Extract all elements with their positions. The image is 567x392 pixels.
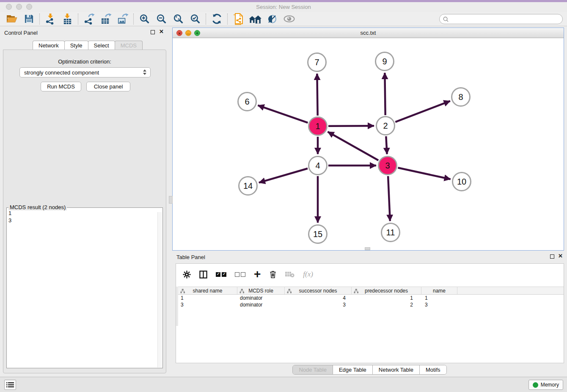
- mcds-panel: Optimization criterion: strongly connect…: [3, 50, 166, 373]
- column-header-name[interactable]: name: [421, 287, 457, 294]
- hide-graphics-details-icon[interactable]: [264, 13, 281, 25]
- table-header-row: shared nameMCDS rolesuccessor nodesprede…: [178, 287, 564, 295]
- column-header-successor-nodes[interactable]: successor nodes: [285, 287, 352, 294]
- node-8[interactable]: 8: [451, 87, 471, 107]
- add-column-icon[interactable]: [254, 270, 261, 279]
- export-image-icon[interactable]: [114, 13, 131, 25]
- node-table: f(x) shared nameMCDS rolesuccessor nodes…: [176, 263, 564, 363]
- mcds-result-text[interactable]: 13: [8, 210, 157, 367]
- table-settings-icon[interactable]: [183, 271, 191, 279]
- column-header-MCDS-role[interactable]: MCDS role: [237, 287, 285, 294]
- edge-2-8[interactable]: [395, 101, 450, 122]
- memory-button[interactable]: Memory: [528, 380, 563, 390]
- tab-network-table[interactable]: Network Table: [372, 365, 419, 374]
- table-cell[interactable]: 3: [421, 301, 457, 308]
- task-history-button[interactable]: [4, 380, 16, 390]
- vertical-splitter-handle[interactable]: [169, 196, 173, 204]
- node-4[interactable]: 4: [308, 156, 328, 175]
- eye-icon[interactable]: [281, 13, 297, 25]
- edge-3-1[interactable]: [328, 132, 379, 160]
- delete-column-icon[interactable]: [269, 270, 277, 279]
- column-header-shared-name[interactable]: shared name: [178, 287, 237, 294]
- column-label: name: [433, 288, 446, 294]
- tab-style[interactable]: Style: [64, 41, 88, 50]
- node-1[interactable]: 1: [308, 116, 328, 136]
- table-cell[interactable]: 1: [352, 295, 421, 301]
- table-cell[interactable]: dominator: [237, 295, 285, 301]
- app-titlebar: Session: New Session: [0, 2, 567, 12]
- tab-network[interactable]: Network: [33, 41, 65, 50]
- float-table-panel-icon[interactable]: [550, 254, 554, 259]
- table-panel: Table Panel f(x): [172, 251, 567, 377]
- overview-icon[interactable]: [247, 13, 264, 25]
- status-bar: Memory: [0, 377, 567, 392]
- node-11[interactable]: 11: [381, 223, 400, 242]
- table-body: 1dominator4113dominator323: [178, 295, 564, 308]
- search-input[interactable]: [451, 16, 562, 22]
- node-15[interactable]: 15: [308, 224, 328, 244]
- node-3[interactable]: 3: [378, 156, 397, 175]
- import-network-icon[interactable]: [42, 13, 59, 25]
- float-panel-icon[interactable]: [151, 30, 155, 34]
- delete-table-icon[interactable]: [285, 271, 295, 278]
- column-header-predecessor-nodes[interactable]: predecessor nodes: [352, 287, 421, 294]
- network-from-selection-icon[interactable]: [230, 13, 247, 25]
- close-panel-icon[interactable]: [159, 28, 164, 35]
- deselect-all-checkboxes-icon[interactable]: [235, 272, 245, 277]
- tab-edge-table[interactable]: Edge Table: [333, 365, 372, 374]
- run-mcds-button[interactable]: Run MCDS: [41, 82, 81, 91]
- row-gutter: [176, 287, 178, 326]
- edge-1-6[interactable]: [258, 105, 308, 123]
- criterion-dropdown[interactable]: strongly connected component: [19, 67, 151, 77]
- edge-3-11[interactable]: [388, 176, 390, 221]
- table-cell[interactable]: 1: [421, 295, 457, 301]
- tab-mcds[interactable]: MCDS: [115, 41, 143, 50]
- tab-node-table[interactable]: Node Table: [293, 365, 333, 374]
- import-table-icon[interactable]: [59, 13, 76, 25]
- result-scrollbar[interactable]: [157, 212, 162, 367]
- zoom-fit-icon[interactable]: [170, 13, 187, 25]
- column-label: successor nodes: [299, 288, 337, 294]
- edge-1-7[interactable]: [317, 74, 317, 116]
- network-canvas[interactable]: 1234678910111415: [173, 38, 564, 250]
- save-session-icon[interactable]: [20, 13, 37, 25]
- edge-3-10[interactable]: [398, 168, 450, 179]
- apply-layout-icon[interactable]: [208, 13, 225, 25]
- table-row[interactable]: 1dominator411: [178, 295, 564, 301]
- edge-2-9[interactable]: [385, 73, 385, 115]
- zoom-in-icon[interactable]: [136, 13, 153, 25]
- network-window-titlebar[interactable]: scc.txt: [173, 28, 564, 38]
- export-table-icon[interactable]: [97, 13, 114, 25]
- edge-1-2[interactable]: [328, 126, 374, 126]
- export-network-icon[interactable]: [80, 13, 97, 25]
- node-10[interactable]: 10: [452, 172, 471, 191]
- node-6[interactable]: 6: [237, 92, 257, 111]
- table-cell[interactable]: dominator: [237, 301, 285, 308]
- table-row[interactable]: 3dominator323: [178, 301, 564, 308]
- table-cell[interactable]: 1: [178, 295, 237, 301]
- table-cell[interactable]: 3: [285, 301, 352, 308]
- show-column-icon[interactable]: [199, 271, 207, 279]
- open-session-icon[interactable]: [3, 13, 20, 25]
- tab-motifs[interactable]: Motifs: [419, 365, 446, 374]
- node-7[interactable]: 7: [307, 52, 327, 72]
- zoom-out-icon[interactable]: [153, 13, 170, 25]
- column-label: predecessor nodes: [365, 288, 408, 294]
- node-14[interactable]: 14: [238, 176, 258, 196]
- main-toolbar: [0, 12, 567, 26]
- horizontal-splitter-handle[interactable]: [365, 247, 370, 250]
- node-2[interactable]: 2: [376, 116, 395, 135]
- memory-status-icon: [533, 382, 538, 388]
- zoom-selected-icon[interactable]: [187, 13, 204, 25]
- table-panel-title: Table Panel: [176, 254, 205, 260]
- table-cell[interactable]: 3: [178, 301, 237, 308]
- node-9[interactable]: 9: [375, 52, 394, 71]
- edge-2-3[interactable]: [386, 136, 387, 154]
- close-table-panel-icon[interactable]: [558, 253, 563, 259]
- edge-4-14[interactable]: [259, 168, 308, 182]
- table-cell[interactable]: 2: [352, 301, 421, 308]
- select-all-checkboxes-icon[interactable]: [216, 272, 226, 277]
- tab-select[interactable]: Select: [88, 41, 115, 50]
- table-cell[interactable]: 4: [285, 295, 352, 301]
- close-panel-button[interactable]: Close panel: [86, 82, 130, 91]
